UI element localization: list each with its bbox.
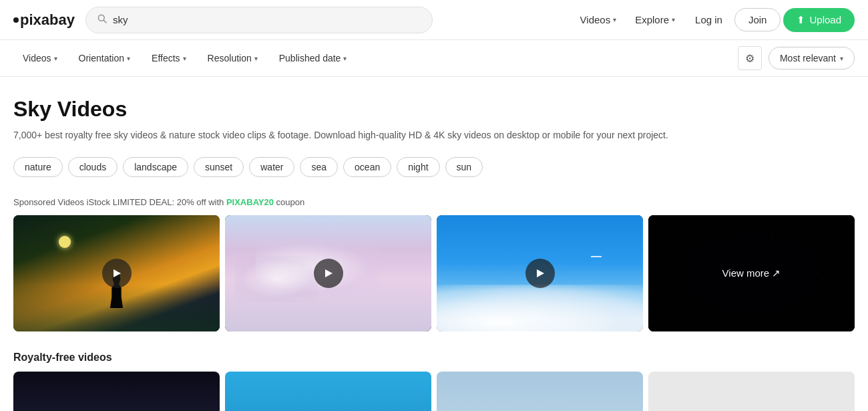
tag-clouds[interactable]: clouds — [68, 157, 118, 177]
page-title: Sky Videos — [13, 97, 855, 122]
header: pixabay Videos ▾ Explore ▾ Log in Join ⬆… — [0, 0, 868, 40]
sort-chevron-icon: ▾ — [840, 55, 843, 62]
published-date-chevron-icon: ▾ — [343, 55, 347, 62]
filter-bar: Videos ▾ Orientation ▾ Effects ▾ Resolut… — [0, 40, 868, 77]
search-icon — [97, 13, 107, 27]
filter-right-controls: ⚙ Most relevant ▾ — [738, 46, 855, 70]
svg-marker-4 — [537, 269, 544, 277]
coupon-link[interactable]: PIXABAY20 — [226, 197, 274, 207]
resolution-filter-chevron-icon: ▾ — [254, 55, 258, 62]
sponsored-label: Sponsored Videos iStock LIMITED DEAL: 20… — [13, 197, 855, 207]
play-button-2[interactable] — [314, 259, 343, 288]
tag-ocean[interactable]: ocean — [343, 157, 391, 177]
settings-button[interactable]: ⚙ — [738, 46, 762, 70]
svg-marker-3 — [325, 269, 333, 277]
header-nav: Videos ▾ Explore ▾ Log in Join ⬆ Upload — [572, 8, 855, 32]
royalty-free-video-grid — [13, 372, 855, 411]
svg-point-0 — [98, 15, 104, 21]
sponsored-video-card-3[interactable] — [437, 215, 643, 331]
view-more-label: View more ↗ — [722, 267, 781, 279]
tag-landscape[interactable]: landscape — [123, 157, 188, 177]
videos-filter-chevron-icon: ▾ — [54, 55, 57, 62]
resolution-filter-button[interactable]: Resolution ▾ — [198, 47, 267, 69]
explore-nav-button[interactable]: Explore ▾ — [627, 9, 683, 31]
logo-text: pixabay — [20, 11, 75, 29]
royalty-free-card-3[interactable] — [437, 372, 643, 411]
view-more-overlay[interactable]: View more ↗ — [648, 215, 855, 331]
tag-night[interactable]: night — [397, 157, 439, 177]
login-button[interactable]: Log in — [686, 9, 732, 31]
upload-button[interactable]: ⬆ Upload — [783, 8, 855, 32]
svg-marker-2 — [114, 269, 121, 277]
orientation-filter-button[interactable]: Orientation ▾ — [69, 47, 140, 69]
external-link-icon: ↗ — [772, 267, 781, 279]
join-button[interactable]: Join — [734, 8, 781, 31]
royalty-free-card-2[interactable] — [225, 372, 431, 411]
page-description: 7,000+ best royalty free sky videos & na… — [13, 128, 855, 142]
main-content: Sky Videos 7,000+ best royalty free sky … — [0, 77, 868, 411]
orientation-filter-chevron-icon: ▾ — [127, 55, 130, 62]
play-button-1[interactable] — [102, 259, 132, 288]
videos-nav-label: Videos — [580, 14, 611, 25]
effects-filter-button[interactable]: Effects ▾ — [142, 47, 196, 69]
videos-filter-button[interactable]: Videos ▾ — [13, 47, 67, 69]
tag-sunset[interactable]: sunset — [194, 157, 244, 177]
sponsored-video-card-2[interactable] — [225, 215, 431, 331]
tag-water[interactable]: water — [249, 157, 294, 177]
sort-dropdown-button[interactable]: Most relevant ▾ — [769, 47, 855, 70]
upload-icon: ⬆ — [797, 14, 805, 26]
tag-sun[interactable]: sun — [445, 157, 483, 177]
explore-nav-label: Explore — [635, 14, 669, 25]
videos-nav-button[interactable]: Videos ▾ — [572, 9, 625, 31]
search-input[interactable] — [113, 14, 421, 25]
royalty-free-card-1[interactable] — [13, 372, 220, 411]
royalty-free-label: Royalty-free videos — [13, 352, 855, 364]
search-bar — [85, 7, 433, 33]
settings-gear-icon: ⚙ — [745, 52, 754, 65]
sponsored-video-card-1[interactable] — [13, 215, 220, 331]
effects-filter-chevron-icon: ▾ — [183, 55, 186, 62]
logo[interactable]: pixabay — [13, 11, 75, 29]
sponsored-video-card-4[interactable]: View more ↗ — [648, 215, 855, 331]
tag-sea[interactable]: sea — [300, 157, 338, 177]
logo-dot — [13, 17, 19, 23]
play-button-3[interactable] — [525, 259, 555, 288]
published-date-filter-button[interactable]: Published date ▾ — [270, 47, 357, 69]
tags-list: nature clouds landscape sunset water sea… — [13, 157, 855, 177]
svg-line-1 — [103, 20, 106, 23]
videos-chevron-icon: ▾ — [613, 16, 616, 23]
tag-nature[interactable]: nature — [13, 157, 63, 177]
sponsored-video-grid: View more ↗ — [13, 215, 855, 331]
royalty-free-card-4[interactable] — [648, 372, 855, 411]
explore-chevron-icon: ▾ — [672, 16, 675, 23]
